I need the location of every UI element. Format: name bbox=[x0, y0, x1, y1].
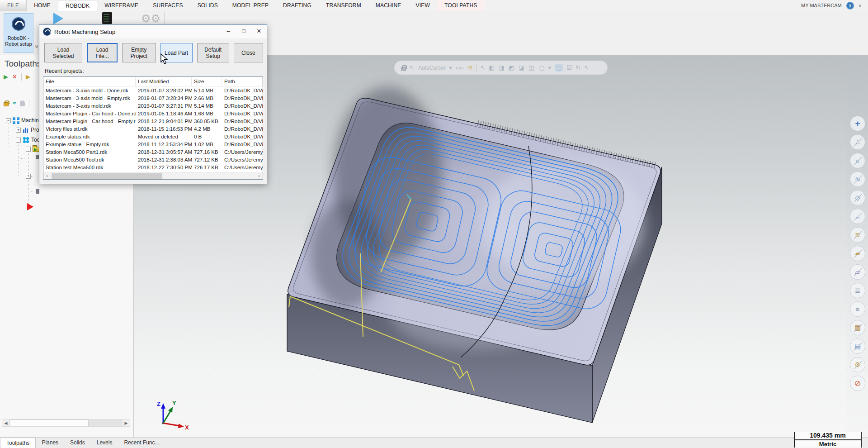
statusbar-tab-levels[interactable]: Levels bbox=[91, 438, 118, 448]
qm-select-arcs[interactable]: ○ bbox=[850, 153, 865, 168]
column-header-file[interactable]: File bbox=[43, 77, 136, 86]
load-file-button[interactable]: Load File... bbox=[87, 43, 117, 62]
qm-select-wireframe[interactable]: ◇ bbox=[850, 190, 865, 205]
select-all-operations-icon[interactable]: ▶ bbox=[4, 73, 8, 81]
select-cursor-icon[interactable]: ↖ bbox=[481, 64, 486, 71]
simulate-icon[interactable] bbox=[53, 13, 63, 24]
table-row[interactable]: Mastercam - 3-axis mold - Done.rdk2019-0… bbox=[43, 86, 263, 94]
statusbar-tab-solids[interactable]: Solids bbox=[64, 438, 91, 448]
expand-icon[interactable]: + bbox=[16, 128, 21, 133]
table-row[interactable]: Example status.rdkMoved or deleted0 BD:/… bbox=[43, 133, 263, 140]
solid-selection-icons[interactable]: ◧ ◨ ◩ ◪ ◫ bbox=[489, 64, 536, 71]
qm-select-points[interactable]: ∴ bbox=[850, 134, 865, 150]
qm-select-settings[interactable]: ⚙ bbox=[850, 357, 865, 372]
scrollbar-track[interactable] bbox=[9, 419, 123, 426]
xyz-entry-icon[interactable]: x,y,z bbox=[456, 66, 464, 70]
table-row[interactable]: Victory files stl.rdk2018-11-15 1:16:53 … bbox=[43, 125, 263, 133]
tree-item-machine-group[interactable]: − Machine bbox=[6, 116, 42, 124]
statusbar-tab-recent-functions[interactable]: Recent Func... bbox=[118, 438, 165, 448]
column-header-size[interactable]: Size bbox=[192, 77, 222, 86]
table-row[interactable]: Mastercam Plugin - Car hood - Empty.rdk2… bbox=[43, 117, 263, 125]
program-icon[interactable] bbox=[102, 12, 112, 24]
qm-select-list-pin[interactable]: ≡ bbox=[850, 301, 865, 317]
lock-icon[interactable] bbox=[401, 67, 406, 71]
maximize-button[interactable]: □ bbox=[236, 25, 251, 38]
rotate-view-icon[interactable]: ↻ bbox=[576, 64, 580, 71]
ghost-operations-icon[interactable] bbox=[20, 100, 25, 106]
dialog-titlebar[interactable]: Robot Machining Setup – □ ✕ bbox=[39, 25, 267, 38]
tree-item-toolpath-group[interactable]: − Tool bbox=[16, 136, 41, 144]
tab-wireframe[interactable]: WIREFRAME bbox=[97, 0, 146, 11]
qm-select-all[interactable]: + bbox=[850, 116, 865, 131]
autocursor-settings-icon[interactable]: ⚙ bbox=[467, 64, 473, 71]
collapse-icon[interactable]: − bbox=[6, 118, 11, 123]
scrollbar-thumb[interactable] bbox=[9, 419, 89, 426]
gears-icon[interactable]: ⚙⚙ bbox=[141, 12, 160, 25]
minimize-button[interactable]: – bbox=[221, 25, 236, 38]
scrollbar-track[interactable] bbox=[51, 173, 255, 179]
close-window-button[interactable]: ✕ bbox=[251, 25, 267, 38]
qm-select-dimensions[interactable]: ↔ bbox=[850, 209, 865, 224]
collapse-icon[interactable]: − bbox=[26, 147, 31, 152]
scroll-right-icon[interactable]: ▶ bbox=[123, 421, 130, 425]
table-row[interactable]: Mastercam Plugin - Car hood - Done.rdk20… bbox=[43, 110, 263, 117]
autocursor-cursor-icon[interactable]: ↖ bbox=[410, 64, 415, 71]
table-row[interactable]: Station Meca500 Tool.rdk2018-12-31 2:38:… bbox=[43, 156, 263, 163]
table-row[interactable]: Mastercam - 3-axis mold.rdk2019-01-07 3:… bbox=[43, 102, 263, 110]
tree-item-suboperation[interactable]: + bbox=[26, 172, 31, 180]
tab-surfaces[interactable]: SURFACES bbox=[146, 0, 190, 11]
robodk-setup-button[interactable]: RoboDK - Robot setup bbox=[4, 13, 33, 53]
tab-machine[interactable]: MACHINE bbox=[368, 0, 409, 11]
table-row[interactable]: Station test Meca500.rdk2018-12-22 7:30:… bbox=[43, 163, 263, 171]
table-row[interactable]: Mastercam - 3-axis mold - Empty.rdk2019-… bbox=[43, 94, 263, 102]
tab-robodk[interactable]: ROBODK bbox=[58, 0, 97, 11]
statusbar-tab-toolpaths[interactable]: Toolpaths bbox=[0, 438, 36, 448]
expand-icon[interactable]: + bbox=[26, 174, 31, 179]
qm-select-colors[interactable]: ▦ bbox=[850, 320, 865, 335]
qm-clear-masks[interactable]: ⊘ bbox=[850, 376, 865, 391]
end-selection-icon[interactable]: ↖ bbox=[584, 64, 589, 71]
table-row[interactable]: Station Meca500 Part1.rdk2018-12-31 3:05… bbox=[43, 148, 263, 156]
active-selection-icon[interactable]: ▢ bbox=[555, 64, 563, 71]
tree-item-operation-folder[interactable]: − bbox=[26, 145, 40, 153]
column-header-modified[interactable]: Last Modified bbox=[136, 77, 192, 86]
tab-drafting[interactable]: DRAFTING bbox=[276, 0, 319, 11]
statusbar-tab-planes[interactable]: Planes bbox=[36, 438, 64, 448]
close-button[interactable]: Close bbox=[234, 43, 263, 62]
tab-home[interactable]: HOME bbox=[27, 0, 58, 11]
table-row[interactable]: Example statue - Empty.rdk2018-11-12 3:5… bbox=[43, 140, 263, 148]
collapse-ribbon-icon[interactable]: ∧ bbox=[859, 3, 862, 8]
validate-selection-icon[interactable]: ☑ bbox=[567, 64, 572, 71]
scrollbar-thumb[interactable] bbox=[52, 173, 162, 179]
scroll-left-icon[interactable]: ‹ bbox=[43, 173, 51, 178]
my-mastercam-link[interactable]: MY MASTERCAM bbox=[801, 3, 842, 8]
tab-model-prep[interactable]: MODEL PREP bbox=[225, 0, 276, 11]
insert-arrow-marker[interactable] bbox=[27, 203, 33, 211]
table-header[interactable]: File Last Modified Size Path bbox=[43, 77, 263, 86]
toolpath-display-icon[interactable]: ≈ bbox=[13, 100, 16, 107]
tab-file[interactable]: FILE bbox=[0, 0, 27, 11]
selection-dropdown-icon[interactable]: ▾ bbox=[548, 64, 552, 71]
qm-select-list[interactable]: ≣ bbox=[850, 283, 865, 298]
qm-select-parts[interactable]: ▱ bbox=[850, 264, 865, 280]
default-setup-button[interactable]: Default Setup bbox=[197, 43, 229, 62]
qm-select-solids[interactable]: ▰ bbox=[850, 246, 865, 261]
scroll-left-icon[interactable]: ◀ bbox=[2, 421, 9, 425]
tree-item-properties[interactable]: + Prop bbox=[16, 126, 42, 134]
panel-horizontal-scrollbar[interactable]: ◀ ▶ bbox=[2, 419, 130, 427]
qm-select-levels[interactable]: ▤ bbox=[850, 338, 865, 354]
regen-operations-icon[interactable]: ▶ bbox=[26, 73, 30, 81]
unselect-all-operations-icon[interactable]: ✕ bbox=[12, 73, 17, 81]
column-header-path[interactable]: Path bbox=[222, 77, 263, 86]
qm-select-splines[interactable]: ∿ bbox=[850, 172, 865, 187]
tab-view[interactable]: VIEW bbox=[409, 0, 437, 11]
collapse-icon[interactable]: − bbox=[16, 138, 21, 143]
table-horizontal-scrollbar[interactable]: ‹ › bbox=[43, 172, 263, 179]
window-selection-icon[interactable]: ▢ bbox=[539, 64, 544, 71]
scroll-right-icon[interactable]: › bbox=[255, 173, 263, 178]
tab-transform[interactable]: TRANSFORM bbox=[319, 0, 368, 11]
empty-project-button[interactable]: Empty Project bbox=[122, 43, 156, 62]
tab-solids[interactable]: SOLIDS bbox=[190, 0, 225, 11]
load-selected-button[interactable]: Load Selected bbox=[44, 43, 82, 62]
recent-projects-table[interactable]: File Last Modified Size Path Mastercam -… bbox=[43, 76, 263, 180]
